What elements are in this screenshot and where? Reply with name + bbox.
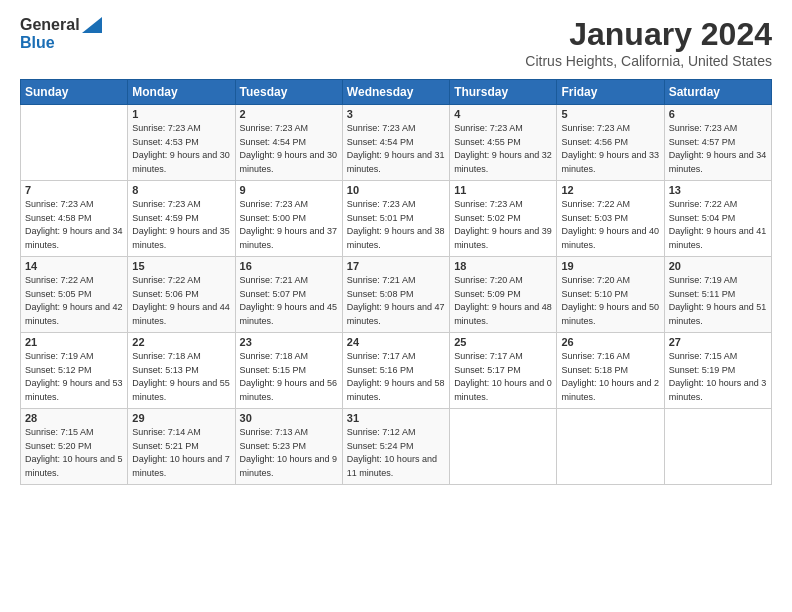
cell-week3-day4: 18 Sunrise: 7:20 AM Sunset: 5:09 PM Dayl…: [450, 257, 557, 333]
sunset-text: Sunset: 5:08 PM: [347, 288, 445, 302]
day-info: Sunrise: 7:22 AM Sunset: 5:03 PM Dayligh…: [561, 198, 659, 252]
sunset-text: Sunset: 4:53 PM: [132, 136, 230, 150]
daylight-text: Daylight: 9 hours and 39 minutes.: [454, 225, 552, 252]
day-info: Sunrise: 7:21 AM Sunset: 5:08 PM Dayligh…: [347, 274, 445, 328]
daylight-text: Daylight: 9 hours and 55 minutes.: [132, 377, 230, 404]
sunrise-text: Sunrise: 7:17 AM: [454, 350, 552, 364]
sunset-text: Sunset: 4:54 PM: [240, 136, 338, 150]
day-number: 19: [561, 260, 659, 272]
daylight-text: Daylight: 9 hours and 31 minutes.: [347, 149, 445, 176]
day-number: 22: [132, 336, 230, 348]
sunrise-text: Sunrise: 7:23 AM: [454, 122, 552, 136]
cell-week3-day6: 20 Sunrise: 7:19 AM Sunset: 5:11 PM Dayl…: [664, 257, 771, 333]
sunrise-text: Sunrise: 7:12 AM: [347, 426, 445, 440]
sunrise-text: Sunrise: 7:19 AM: [669, 274, 767, 288]
cell-week5-day4: [450, 409, 557, 485]
day-info: Sunrise: 7:19 AM Sunset: 5:12 PM Dayligh…: [25, 350, 123, 404]
day-number: 20: [669, 260, 767, 272]
sunrise-text: Sunrise: 7:23 AM: [132, 122, 230, 136]
day-info: Sunrise: 7:23 AM Sunset: 4:58 PM Dayligh…: [25, 198, 123, 252]
sunset-text: Sunset: 5:07 PM: [240, 288, 338, 302]
sunrise-text: Sunrise: 7:23 AM: [454, 198, 552, 212]
daylight-text: Daylight: 9 hours and 30 minutes.: [240, 149, 338, 176]
cell-week1-day1: 1 Sunrise: 7:23 AM Sunset: 4:53 PM Dayli…: [128, 105, 235, 181]
sunset-text: Sunset: 4:55 PM: [454, 136, 552, 150]
day-number: 6: [669, 108, 767, 120]
sunrise-text: Sunrise: 7:23 AM: [240, 198, 338, 212]
sunrise-text: Sunrise: 7:15 AM: [669, 350, 767, 364]
day-info: Sunrise: 7:23 AM Sunset: 4:53 PM Dayligh…: [132, 122, 230, 176]
sunset-text: Sunset: 4:54 PM: [347, 136, 445, 150]
daylight-text: Daylight: 9 hours and 47 minutes.: [347, 301, 445, 328]
cell-week3-day2: 16 Sunrise: 7:21 AM Sunset: 5:07 PM Dayl…: [235, 257, 342, 333]
daylight-text: Daylight: 9 hours and 34 minutes.: [25, 225, 123, 252]
cell-week3-day3: 17 Sunrise: 7:21 AM Sunset: 5:08 PM Dayl…: [342, 257, 449, 333]
day-number: 30: [240, 412, 338, 424]
cell-week4-day4: 25 Sunrise: 7:17 AM Sunset: 5:17 PM Dayl…: [450, 333, 557, 409]
sunset-text: Sunset: 5:10 PM: [561, 288, 659, 302]
page-container: General Blue January 2024 Citrus Heights…: [0, 0, 792, 495]
sunrise-text: Sunrise: 7:22 AM: [669, 198, 767, 212]
sunset-text: Sunset: 4:59 PM: [132, 212, 230, 226]
daylight-text: Daylight: 9 hours and 48 minutes.: [454, 301, 552, 328]
sunrise-text: Sunrise: 7:23 AM: [347, 198, 445, 212]
day-info: Sunrise: 7:23 AM Sunset: 4:56 PM Dayligh…: [561, 122, 659, 176]
day-info: Sunrise: 7:22 AM Sunset: 5:04 PM Dayligh…: [669, 198, 767, 252]
calendar-table: SundayMondayTuesdayWednesdayThursdayFrid…: [20, 79, 772, 485]
day-info: Sunrise: 7:12 AM Sunset: 5:24 PM Dayligh…: [347, 426, 445, 480]
day-number: 31: [347, 412, 445, 424]
cell-week5-day1: 29 Sunrise: 7:14 AM Sunset: 5:21 PM Dayl…: [128, 409, 235, 485]
daylight-text: Daylight: 9 hours and 50 minutes.: [561, 301, 659, 328]
daylight-text: Daylight: 9 hours and 37 minutes.: [240, 225, 338, 252]
header-friday: Friday: [557, 80, 664, 105]
day-number: 11: [454, 184, 552, 196]
day-number: 12: [561, 184, 659, 196]
sunrise-text: Sunrise: 7:22 AM: [561, 198, 659, 212]
day-number: 7: [25, 184, 123, 196]
week-row-5: 28 Sunrise: 7:15 AM Sunset: 5:20 PM Dayl…: [21, 409, 772, 485]
daylight-text: Daylight: 10 hours and 7 minutes.: [132, 453, 230, 480]
day-info: Sunrise: 7:21 AM Sunset: 5:07 PM Dayligh…: [240, 274, 338, 328]
cell-week4-day2: 23 Sunrise: 7:18 AM Sunset: 5:15 PM Dayl…: [235, 333, 342, 409]
day-number: 29: [132, 412, 230, 424]
day-info: Sunrise: 7:22 AM Sunset: 5:06 PM Dayligh…: [132, 274, 230, 328]
header: General Blue January 2024 Citrus Heights…: [20, 16, 772, 69]
header-thursday: Thursday: [450, 80, 557, 105]
sunrise-text: Sunrise: 7:19 AM: [25, 350, 123, 364]
sunset-text: Sunset: 5:24 PM: [347, 440, 445, 454]
day-info: Sunrise: 7:20 AM Sunset: 5:10 PM Dayligh…: [561, 274, 659, 328]
day-number: 17: [347, 260, 445, 272]
daylight-text: Daylight: 10 hours and 11 minutes.: [347, 453, 445, 480]
sunset-text: Sunset: 5:21 PM: [132, 440, 230, 454]
sunset-text: Sunset: 5:09 PM: [454, 288, 552, 302]
header-wednesday: Wednesday: [342, 80, 449, 105]
day-info: Sunrise: 7:13 AM Sunset: 5:23 PM Dayligh…: [240, 426, 338, 480]
sunrise-text: Sunrise: 7:23 AM: [132, 198, 230, 212]
daylight-text: Daylight: 9 hours and 41 minutes.: [669, 225, 767, 252]
daylight-text: Daylight: 9 hours and 45 minutes.: [240, 301, 338, 328]
day-info: Sunrise: 7:20 AM Sunset: 5:09 PM Dayligh…: [454, 274, 552, 328]
sunset-text: Sunset: 5:03 PM: [561, 212, 659, 226]
sunset-text: Sunset: 5:04 PM: [669, 212, 767, 226]
month-title: January 2024: [525, 16, 772, 53]
location-title: Citrus Heights, California, United State…: [525, 53, 772, 69]
sunset-text: Sunset: 4:57 PM: [669, 136, 767, 150]
day-number: 14: [25, 260, 123, 272]
day-info: Sunrise: 7:18 AM Sunset: 5:15 PM Dayligh…: [240, 350, 338, 404]
daylight-text: Daylight: 9 hours and 56 minutes.: [240, 377, 338, 404]
daylight-text: Daylight: 10 hours and 2 minutes.: [561, 377, 659, 404]
sunrise-text: Sunrise: 7:17 AM: [347, 350, 445, 364]
day-info: Sunrise: 7:23 AM Sunset: 5:02 PM Dayligh…: [454, 198, 552, 252]
week-row-2: 7 Sunrise: 7:23 AM Sunset: 4:58 PM Dayli…: [21, 181, 772, 257]
day-info: Sunrise: 7:17 AM Sunset: 5:17 PM Dayligh…: [454, 350, 552, 404]
sunrise-text: Sunrise: 7:20 AM: [561, 274, 659, 288]
cell-week4-day5: 26 Sunrise: 7:16 AM Sunset: 5:18 PM Dayl…: [557, 333, 664, 409]
day-number: 24: [347, 336, 445, 348]
sunrise-text: Sunrise: 7:22 AM: [25, 274, 123, 288]
sunset-text: Sunset: 5:02 PM: [454, 212, 552, 226]
day-number: 26: [561, 336, 659, 348]
cell-week5-day6: [664, 409, 771, 485]
cell-week5-day3: 31 Sunrise: 7:12 AM Sunset: 5:24 PM Dayl…: [342, 409, 449, 485]
sunset-text: Sunset: 5:23 PM: [240, 440, 338, 454]
week-row-3: 14 Sunrise: 7:22 AM Sunset: 5:05 PM Dayl…: [21, 257, 772, 333]
